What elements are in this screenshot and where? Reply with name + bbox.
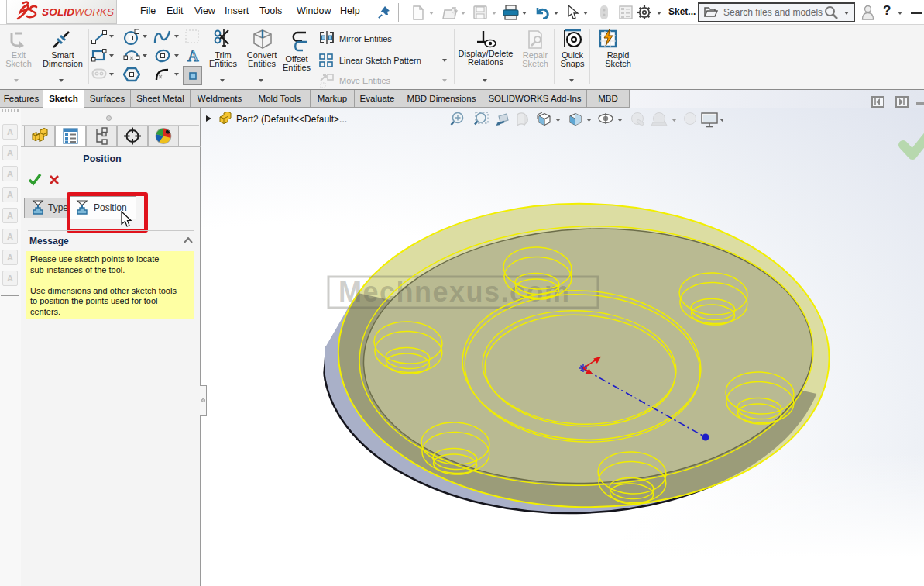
svg-text:Mechnexus.com: Mechnexus.com <box>338 276 571 308</box>
svg-text:WORKS: WORKS <box>74 6 114 18</box>
svg-text:A: A <box>187 47 199 64</box>
svg-text:SOLID: SOLID <box>42 6 74 18</box>
